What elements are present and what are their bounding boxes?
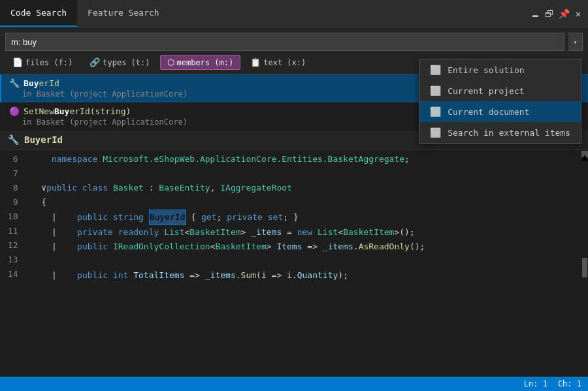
filter-tab-files-label: files (f:) (25, 58, 73, 67)
filter-tab-types[interactable]: 🔗 types (t:) (82, 55, 157, 70)
title-bar-actions: 🗕 🗗 📌 ✕ (529, 0, 588, 27)
dropdown-arrow: ▾ (573, 39, 577, 46)
line-num-10: 10 (8, 210, 18, 224)
code-line-10: | public string BuyerId { get ; private … (31, 210, 576, 225)
close-button[interactable]: ✕ (572, 8, 584, 20)
scope-project-label: Current project (448, 86, 524, 96)
code-header-icon: 🔧 (8, 134, 19, 145)
tab-code-search[interactable]: Code Search (0, 0, 77, 27)
scope-dropdown: ⬜ Entire solution ⬜ Current project ⬜ Cu… (419, 59, 581, 144)
line-num-9: 9 (8, 195, 18, 210)
scrollbar-thumb[interactable] (582, 258, 587, 277)
title-bar: Code Search Feature Search 🗕 🗗 📌 ✕ (0, 0, 588, 27)
scope-solution-label: Entire solution (448, 65, 524, 75)
filter-tab-members-label: members (m:) (177, 58, 234, 67)
code-line-14: | public int TotalItems => _items . Sum … (31, 268, 576, 283)
status-bar: Ln: 1 Ch: 1 (0, 377, 588, 391)
code-line-13 (31, 254, 576, 268)
tab-code-search-label: Code Search (10, 8, 67, 18)
result-1-icon: 🔧 (9, 78, 20, 88)
result-2-text: SetNewBuyerId(string) (24, 106, 131, 116)
text-icon: 📋 (250, 57, 261, 67)
pin-button[interactable]: 📌 (558, 8, 570, 20)
search-input[interactable] (5, 33, 564, 51)
line-num-6: 6 (8, 152, 18, 166)
scope-external-label: Search in external items (448, 128, 570, 138)
filter-tab-files[interactable]: 📄 files (f:) (5, 55, 80, 70)
scope-search-external[interactable]: ⬜ Search in external items (419, 122, 581, 143)
line-num-12: 12 (8, 238, 18, 253)
code-line-9: { (31, 195, 576, 210)
tab-feature-search[interactable]: Feature Search (77, 0, 170, 27)
line-numbers: 6 7 8 9 10 11 12 13 14 (0, 149, 26, 384)
tab-feature-search-label: Feature Search (88, 8, 159, 18)
files-icon: 📄 (12, 57, 23, 67)
code-line-12: | public IReadOnlyCollection < BasketIte… (31, 240, 576, 254)
members-icon: ⬡ (167, 57, 174, 67)
scope-entire-solution[interactable]: ⬜ Entire solution (419, 59, 581, 80)
scope-external-icon: ⬜ (430, 127, 441, 138)
filter-tab-members[interactable]: ⬡ members (m:) (160, 55, 241, 70)
search-scope-dropdown-button[interactable]: ▾ (568, 33, 583, 51)
code-line-6: namespace Microsoft.eShopWeb.Application… (31, 152, 576, 166)
scope-document-icon: ⬜ (430, 106, 441, 117)
result-1-text: BuyerId (24, 78, 59, 88)
filter-tab-text-label: text (x:) (263, 58, 306, 67)
code-line-8: ∨ public class Basket : BaseEntity , IAg… (31, 181, 576, 195)
code-body: 6 7 8 9 10 11 12 13 14 namespace Microso… (0, 149, 588, 384)
line-num-13: 13 (8, 253, 18, 267)
result-2-icon: 🟣 (9, 106, 20, 116)
scope-project-icon: ⬜ (430, 86, 441, 96)
line-num-7: 7 (8, 166, 18, 181)
scope-solution-icon: ⬜ (430, 65, 441, 75)
filter-tab-types-label: types (t:) (103, 58, 150, 67)
vertical-scrollbar[interactable]: ▲ ▼ (581, 149, 588, 384)
status-ch: Ch: 1 (558, 379, 581, 388)
code-line-11: | private readonly List < BasketItem > _… (31, 225, 576, 240)
minimize-button[interactable]: 🗕 (529, 8, 541, 20)
scope-document-label: Current document (448, 107, 529, 117)
line-num-11: 11 (8, 224, 18, 238)
status-ln: Ln: 1 (524, 379, 547, 388)
line-num-14: 14 (8, 267, 18, 281)
code-content: namespace Microsoft.eShopWeb.Application… (26, 149, 581, 384)
types-icon: 🔗 (90, 57, 100, 67)
code-line-7 (31, 166, 576, 181)
line-num-8: 8 (8, 181, 18, 195)
scrollbar-up-btn[interactable]: ▲ (581, 151, 588, 157)
scope-current-document[interactable]: ⬜ Current document (419, 101, 581, 122)
code-header-title: BuyerId (24, 134, 63, 145)
restore-button[interactable]: 🗗 (544, 8, 555, 20)
filter-tab-text[interactable]: 📋 text (x:) (243, 55, 313, 70)
search-input-row: ▾ (0, 27, 588, 55)
scope-current-project[interactable]: ⬜ Current project (419, 80, 581, 101)
